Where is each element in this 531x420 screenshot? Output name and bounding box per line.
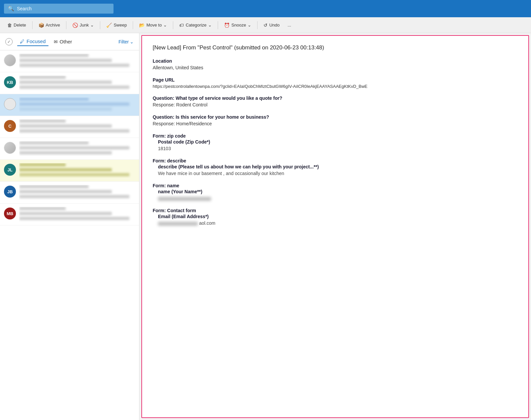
email-subject (19, 124, 112, 128)
list-item[interactable]: KB (0, 72, 139, 94)
email-field-label: Email (Email Address*) (153, 214, 518, 219)
more-button[interactable]: ... (284, 21, 294, 30)
name-blurred (158, 197, 211, 201)
email-blurred (158, 222, 198, 226)
email-subject (19, 102, 129, 106)
email-sender (19, 163, 66, 166)
search-input-label: Search (17, 6, 32, 11)
more-label: ... (287, 23, 291, 28)
form-zipcode-section: Form: zip code Postal code (Zip Code*) 1… (153, 133, 518, 152)
search-bar[interactable]: 🔍 Search (4, 4, 114, 14)
email-preview (19, 64, 129, 67)
describe-label: describe (Please tell us about how we ca… (153, 164, 518, 169)
email-content (19, 207, 135, 222)
email-preview (19, 129, 129, 133)
junk-chevron-icon: ⌄ (90, 23, 94, 28)
email-value: aol.com (153, 220, 518, 227)
archive-label: Archive (46, 23, 60, 28)
toolbar-separator-4 (133, 21, 133, 29)
form-describe-section: Form: describe describe (Please tell us … (153, 158, 518, 177)
list-item[interactable]: JB (0, 182, 139, 204)
avatar: JL (4, 164, 16, 176)
toolbar-separator-6 (218, 21, 218, 29)
check-icon: ✓ (7, 39, 11, 44)
question2-section: Question: Is this service for your home … (153, 114, 518, 127)
move-to-icon: 📂 (139, 23, 145, 28)
sweep-button[interactable]: 🧹 Sweep (103, 21, 130, 30)
toolbar: 🗑 Delete 📦 Archive 🚫 Junk ⌄ 🧹 Sweep 📂 Mo… (0, 17, 531, 33)
email-preview (19, 195, 129, 198)
move-to-chevron-icon: ⌄ (163, 23, 167, 28)
email-sender (19, 141, 89, 145)
form-contact-section: Form: Contact form Email (Email Address*… (153, 208, 518, 227)
location-label: Location (153, 58, 518, 64)
email-detail-panel: [New Lead] From "Pest Control" (submitte… (141, 35, 529, 418)
tab-focused[interactable]: 🖊 Focused (17, 37, 48, 46)
toolbar-separator-2 (66, 21, 66, 29)
location-value: Allentown, United States (153, 64, 518, 71)
email-preview (19, 217, 129, 220)
move-to-button[interactable]: 📂 Move to ⌄ (136, 21, 170, 30)
move-to-label: Move to (146, 23, 162, 28)
page-url-value: https://pestcontrolallentownpa.com/?gcli… (153, 83, 518, 90)
list-item[interactable] (0, 94, 139, 116)
select-all-checkbox[interactable]: ✓ (5, 38, 13, 45)
toolbar-separator-7 (257, 21, 258, 29)
tab-other[interactable]: ✉ Other (51, 37, 75, 46)
list-item[interactable]: MB (0, 204, 139, 225)
filter-button[interactable]: Filter ⌄ (118, 39, 134, 44)
snooze-button[interactable]: ⏰ Snooze ⌄ (221, 21, 255, 30)
toolbar-separator-1 (32, 21, 33, 29)
junk-button[interactable]: 🚫 Junk ⌄ (69, 21, 97, 30)
list-item[interactable]: JL (0, 160, 139, 182)
email-content (19, 163, 135, 178)
delete-label: Delete (14, 23, 26, 28)
name-field-label: name (Your Name**) (153, 189, 518, 194)
email-content (19, 76, 135, 90)
avatar: JB (4, 186, 16, 198)
focused-tab-icon: 🖊 (20, 39, 25, 44)
snooze-icon: ⏰ (224, 23, 230, 28)
focused-tab-label: Focused (27, 38, 46, 44)
snooze-chevron-icon: ⌄ (248, 23, 251, 28)
email-subject (19, 59, 112, 62)
form-name-label: Form: name (153, 183, 518, 188)
list-item[interactable]: C (0, 116, 139, 138)
delete-button[interactable]: 🗑 Delete (4, 21, 30, 30)
toolbar-separator-5 (173, 21, 173, 29)
question1-section: Question: What type of service would you… (153, 95, 518, 108)
archive-icon: 📦 (38, 23, 44, 28)
form-name-section: Form: name name (Your Name**) (153, 183, 518, 202)
tabs-row: ✓ 🖊 Focused ✉ Other Filter ⌄ (0, 33, 139, 50)
email-preview (19, 173, 129, 176)
snooze-label: Snooze (231, 23, 246, 28)
email-subject (19, 81, 112, 84)
left-panel: ✓ 🖊 Focused ✉ Other Filter ⌄ (0, 33, 139, 420)
postal-code-label: Postal code (Zip Code*) (153, 139, 518, 145)
other-tab-label: Other (60, 39, 72, 44)
question1-value: Response: Rodent Control (153, 101, 518, 108)
email-preview (19, 107, 112, 111)
categorize-button[interactable]: 🏷 Categorize ⌄ (176, 21, 215, 30)
email-subject (19, 168, 112, 171)
avatar (4, 142, 16, 154)
email-subject (19, 146, 129, 150)
list-item[interactable] (0, 50, 139, 72)
email-detail-title: [New Lead] From "Pest Control" (submitte… (153, 44, 518, 52)
filter-label: Filter (118, 39, 129, 44)
archive-button[interactable]: 📦 Archive (35, 21, 63, 30)
avatar: C (4, 120, 16, 132)
undo-button[interactable]: ↺ Undo (260, 21, 283, 30)
sweep-label: Sweep (114, 23, 127, 28)
avatar: KB (4, 76, 16, 88)
delete-icon: 🗑 (7, 23, 12, 28)
categorize-icon: 🏷 (179, 23, 184, 28)
email-sender (19, 207, 66, 210)
email-partial: aol.com (199, 220, 215, 226)
junk-icon: 🚫 (72, 23, 78, 28)
describe-value: We have mice in our basement , and occas… (153, 170, 518, 177)
list-item[interactable] (0, 138, 139, 160)
form-zip-label: Form: zip code (153, 133, 518, 139)
page-url-label: Page URL (153, 77, 518, 83)
email-subject (19, 190, 112, 193)
